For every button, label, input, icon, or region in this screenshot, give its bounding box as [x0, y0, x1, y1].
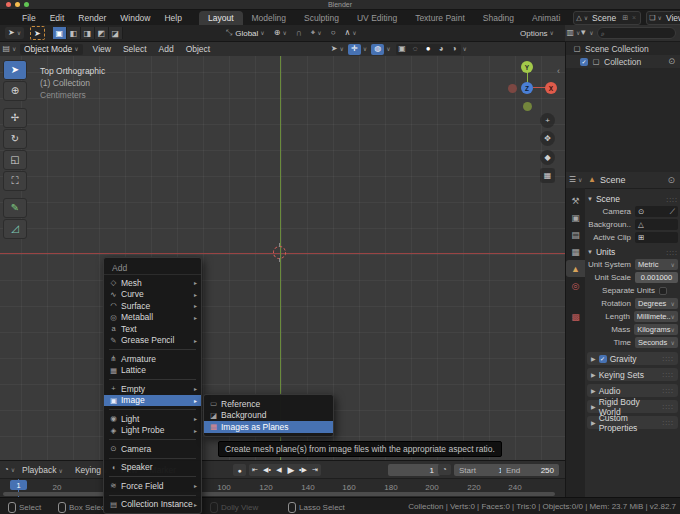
tab-texture[interactable]: ▩: [566, 308, 585, 325]
tab-sculpting[interactable]: Sculpting: [295, 11, 348, 25]
frame-start-field[interactable]: Start1: [454, 464, 508, 476]
outliner-search-input[interactable]: [605, 28, 672, 38]
orientation-dropdown[interactable]: ⤡ Global ∨: [223, 27, 268, 39]
rigid-body-world-panel[interactable]: ▶ Rigid Body World ::::: [587, 400, 678, 413]
image-submenu-background[interactable]: ◪Background: [204, 410, 333, 422]
use-preview-range-button[interactable]: ◔: [438, 464, 451, 475]
mass-dropdown[interactable]: Kilograms ∨: [634, 324, 678, 335]
unit-system-dropdown[interactable]: Metric ∨: [635, 259, 678, 270]
view-layer-selector[interactable]: ❏ ∨ View Layer ⊞ ×: [646, 11, 680, 25]
scene-panel-header[interactable]: ▼ Scene ::::: [587, 193, 678, 205]
tool-rotate[interactable]: ↻: [3, 129, 27, 149]
tab-modeling[interactable]: Modeling: [243, 11, 296, 25]
prev-keyframe-button[interactable]: ◀•: [261, 464, 273, 476]
active-clip-field[interactable]: ⊞: [635, 232, 678, 243]
add-menu-item-image[interactable]: ▣Image▸: [104, 395, 201, 407]
panel-drag-dots[interactable]: ::::: [666, 249, 678, 256]
play-button[interactable]: ▶: [285, 464, 297, 476]
tab-tool[interactable]: ⚒: [566, 192, 585, 209]
tab-animation[interactable]: Animati: [523, 11, 569, 25]
viewport-menu-object[interactable]: Object: [180, 44, 217, 54]
select-mode-subtract[interactable]: ◨: [81, 27, 95, 39]
current-frame-field[interactable]: 1: [388, 464, 440, 476]
add-menu-item-surface[interactable]: ◠Surface▸: [104, 300, 201, 312]
camera-view-button[interactable]: ◆: [540, 150, 555, 165]
panel-drag-dots[interactable]: ::::: [662, 403, 674, 410]
image-submenu-images-as-planes[interactable]: ▦Images as Planes: [204, 421, 333, 433]
select-mode-new[interactable]: ▣: [53, 27, 67, 39]
unit-scale-field[interactable]: 0.001000: [635, 272, 678, 283]
tool-cursor[interactable]: ⊕: [3, 81, 27, 101]
timeline-ruler[interactable]: 20 100 120 140 160 180 200 220 240 1: [0, 478, 565, 498]
menu-file[interactable]: File: [15, 13, 43, 23]
add-menu-item-grease-pencil[interactable]: ✎Grease Pencil▸: [104, 335, 201, 347]
tab-layout[interactable]: Layout: [199, 11, 243, 25]
panel-drag-dots[interactable]: ::::: [662, 355, 674, 362]
snap-with-dropdown[interactable]: ⌖ ∨: [308, 27, 325, 39]
panel-drag-dots[interactable]: ::::: [662, 387, 674, 394]
tab-world[interactable]: ◎: [566, 277, 585, 294]
scene-selector[interactable]: △ ∨ Scene ⊞ ×: [573, 11, 641, 25]
gizmo-toggle[interactable]: ✛: [348, 44, 361, 55]
proportional-edit-toggle[interactable]: ○: [328, 27, 339, 39]
panel-drag-dots[interactable]: ::::: [666, 196, 678, 203]
units-panel-header[interactable]: ▼ Units ::::: [587, 246, 678, 258]
tab-scene[interactable]: ▲: [566, 260, 585, 277]
viewport-menu-select[interactable]: Select: [117, 44, 153, 54]
add-menu-item-lattice[interactable]: ▦Lattice: [104, 365, 201, 377]
keying-sets-panel[interactable]: ▶ Keying Sets ::::: [587, 368, 678, 381]
eyedropper-icon[interactable]: ⟋: [670, 208, 675, 216]
viewport-menu-add[interactable]: Add: [153, 44, 180, 54]
gravity-panel[interactable]: ▶ ✓ Gravity ::::: [587, 352, 678, 365]
length-dropdown[interactable]: Millimete.. ∨: [634, 311, 678, 322]
outliner-row-collection[interactable]: ✓ ▢ Collection ⊙: [566, 55, 680, 68]
background-set-field[interactable]: △: [635, 219, 678, 230]
select-mode-intersect[interactable]: ◪: [109, 27, 123, 39]
gizmo-axis-y[interactable]: Y: [521, 61, 533, 73]
outliner-editor-dropdown[interactable]: ▥ ∨: [567, 28, 580, 39]
tool-move[interactable]: ✢: [3, 108, 27, 128]
shading-solid[interactable]: ●: [422, 44, 435, 55]
add-menu-item-text[interactable]: aText: [104, 323, 201, 335]
gizmo-axis-z[interactable]: Z: [521, 82, 533, 94]
custom-properties-panel[interactable]: ▶ Custom Properties ::::: [587, 416, 678, 429]
add-menu-item-camera[interactable]: ⊙Camera: [104, 443, 201, 455]
outliner-row-scene-collection[interactable]: ▢ Scene Collection: [566, 42, 680, 55]
pan-button[interactable]: ✥: [540, 131, 555, 146]
gizmo-axis-x[interactable]: X: [545, 82, 557, 94]
tool-select[interactable]: ➤: [3, 60, 27, 80]
xray-toggle[interactable]: ▣: [396, 44, 409, 55]
tab-texture-paint[interactable]: Texture Paint: [406, 11, 474, 25]
timeline-editor-dropdown[interactable]: ◔ ∨: [3, 465, 16, 476]
add-menu-item-light[interactable]: ◉Light▸: [104, 413, 201, 425]
pivot-dropdown[interactable]: ⊕ ∨: [271, 27, 290, 39]
falloff-dropdown[interactable]: ∧ ∨: [341, 27, 359, 39]
collection-checkbox[interactable]: ✓: [580, 58, 588, 66]
options-dropdown[interactable]: Options ∨: [517, 27, 557, 39]
gravity-checkbox[interactable]: ✓: [599, 355, 607, 363]
select-mode-extend[interactable]: ◧: [67, 27, 81, 39]
camera-field[interactable]: ⊙ ⟋: [635, 206, 678, 217]
outliner-search[interactable]: ⌕: [597, 27, 676, 39]
panel-drag-dots[interactable]: ::::: [662, 419, 674, 426]
playhead-frame-badge[interactable]: 1: [10, 480, 27, 490]
viewport-menu-view[interactable]: View: [87, 44, 117, 54]
active-tool-dropdown[interactable]: ➤ ∨: [5, 27, 24, 39]
add-menu-item-empty[interactable]: +Empty▸: [104, 383, 201, 395]
menu-help[interactable]: Help: [157, 13, 188, 23]
tab-view-layer[interactable]: ▦: [566, 243, 585, 260]
pin-icon[interactable]: ⊙: [667, 176, 675, 185]
add-menu-item-light-probe[interactable]: ◈Light Probe▸: [104, 425, 201, 437]
editor-type-dropdown[interactable]: ▤ ∨: [3, 44, 16, 55]
shading-wireframe[interactable]: ◌: [409, 44, 422, 55]
tab-uv-editing[interactable]: UV Editing: [348, 11, 406, 25]
frame-end-field[interactable]: End250: [501, 464, 559, 476]
jump-to-end-button[interactable]: ⇥: [309, 464, 321, 476]
overlays-toggle[interactable]: ◍: [371, 44, 384, 55]
tab-render[interactable]: ▣: [566, 209, 585, 226]
menu-render[interactable]: Render: [71, 13, 113, 23]
add-menu-item-mesh[interactable]: ◇Mesh▸: [104, 277, 201, 289]
view-layer-name[interactable]: View Layer: [662, 13, 680, 23]
add-menu-item-speaker[interactable]: ◖Speaker: [104, 462, 201, 474]
image-submenu-reference[interactable]: ▭Reference: [204, 398, 333, 410]
